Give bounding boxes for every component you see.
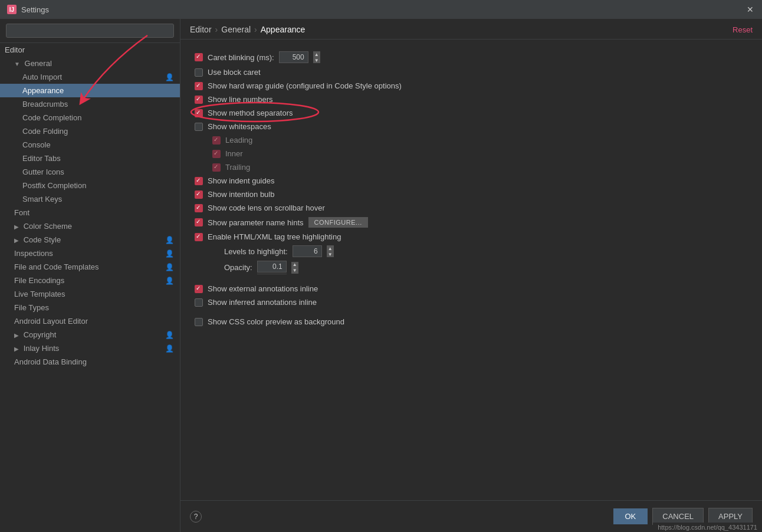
- leading-row: Leading: [195, 133, 748, 147]
- trailing-checkbox[interactable]: [212, 163, 221, 172]
- show-whitespaces-row: Show whitespaces: [195, 120, 748, 133]
- opacity-input[interactable]: [257, 261, 287, 272]
- sidebar-item-smart-keys[interactable]: Smart Keys: [0, 192, 180, 206]
- sidebar-item-inlay-hints[interactable]: ▶ Inlay Hints 👤: [0, 341, 180, 355]
- show-whitespaces-checkbox[interactable]: [195, 123, 203, 131]
- reset-button[interactable]: Reset: [733, 25, 753, 34]
- breadcrumb-appearance: Appearance: [261, 25, 306, 34]
- breadcrumb: Editor › General › Appearance: [190, 25, 305, 34]
- sidebar-item-android-layout-editor[interactable]: Android Layout Editor: [0, 314, 180, 328]
- caret-blinking-down[interactable]: ▼: [313, 57, 320, 63]
- settings-dialog: IJ Settings ✕ Editor ▼ General A: [0, 0, 762, 532]
- show-css-preview-checkbox[interactable]: [195, 318, 203, 326]
- show-line-numbers-checkbox[interactable]: [195, 96, 203, 104]
- caret-blinking-input[interactable]: [279, 51, 308, 63]
- close-button[interactable]: ✕: [745, 5, 755, 14]
- breadcrumb-bar: Editor › General › Appearance Reset: [180, 19, 762, 40]
- levels-up[interactable]: ▲: [327, 245, 334, 251]
- help-button[interactable]: ?: [190, 511, 202, 523]
- sidebar-item-code-completion[interactable]: Code Completion: [0, 111, 180, 124]
- opacity-up[interactable]: ▲: [291, 262, 298, 268]
- show-indent-guides-label: Show indent guides: [208, 176, 274, 185]
- show-indent-guides-checkbox[interactable]: [195, 177, 203, 185]
- enable-html-xml-checkbox[interactable]: [195, 233, 203, 241]
- sidebar-item-code-style[interactable]: ▶ Code Style 👤: [0, 233, 180, 247]
- show-external-annotations-row: Show external annotations inline: [195, 282, 748, 295]
- sidebar-item-gutter-icons[interactable]: Gutter Icons: [0, 165, 180, 179]
- opacity-down[interactable]: ▼: [291, 268, 298, 274]
- sidebar-item-auto-import[interactable]: Auto Import 👤: [0, 70, 180, 84]
- bottom-left: ?: [190, 511, 202, 523]
- sidebar-item-editor[interactable]: Editor: [0, 43, 180, 57]
- expand-arrow-general: ▼: [14, 61, 20, 67]
- caret-blinking-spinner: ▲ ▼: [313, 51, 320, 63]
- show-hard-wrap-checkbox[interactable]: [195, 82, 203, 90]
- sidebar-item-color-scheme[interactable]: ▶ Color Scheme: [0, 219, 180, 233]
- enable-html-xml-row: Enable HTML/XML tag tree highlighting: [195, 230, 748, 244]
- app-icon: IJ: [7, 5, 17, 14]
- leading-label: Leading: [225, 136, 252, 145]
- inner-checkbox[interactable]: [212, 150, 221, 158]
- search-input[interactable]: [6, 24, 174, 38]
- show-method-separators-row: Show method separators: [195, 106, 748, 120]
- configure-button[interactable]: CONFIGURE...: [308, 217, 368, 228]
- caret-blinking-checkbox[interactable]: [195, 53, 203, 61]
- sidebar-item-font[interactable]: Font: [0, 206, 180, 219]
- url-bar: https://blog.csdn.net/qq_43431171: [653, 523, 762, 532]
- enable-html-xml-label: Enable HTML/XML tag tree highlighting: [208, 232, 341, 241]
- show-method-separators-label: Show method separators: [208, 109, 293, 117]
- show-method-separators-checkbox[interactable]: [195, 109, 203, 117]
- levels-to-highlight-input[interactable]: [293, 245, 322, 257]
- dialog-title: Settings: [21, 5, 49, 14]
- expand-arrow-code-style: ▶: [14, 237, 19, 244]
- show-whitespaces-label: Show whitespaces: [208, 122, 271, 131]
- opacity-row: Opacity: ▲ ▼: [195, 259, 748, 276]
- sidebar: Editor ▼ General Auto Import 👤 Appearanc…: [0, 19, 180, 532]
- sidebar-item-breadcrumbs[interactable]: Breadcrumbs: [0, 97, 180, 111]
- sidebar-item-appearance[interactable]: Appearance: [0, 84, 180, 97]
- sidebar-item-file-encodings[interactable]: File Encodings 👤: [0, 274, 180, 287]
- ok-button[interactable]: OK: [613, 508, 648, 524]
- sidebar-item-editor-tabs[interactable]: Editor Tabs: [0, 152, 180, 165]
- trailing-row: Trailing: [195, 160, 748, 174]
- sidebar-item-file-code-templates[interactable]: File and Code Templates 👤: [0, 260, 180, 274]
- show-hard-wrap-row: Show hard wrap guide (configured in Code…: [195, 79, 748, 93]
- show-css-preview-row: Show CSS color preview as background: [195, 315, 748, 329]
- sidebar-item-general[interactable]: ▼ General: [0, 57, 180, 70]
- opacity-label: Opacity:: [224, 263, 252, 272]
- person-icon-inlay-hints: 👤: [165, 344, 174, 353]
- use-block-caret-checkbox[interactable]: [195, 68, 203, 77]
- show-intention-bulb-label: Show intention bulb: [208, 190, 274, 199]
- show-intention-bulb-checkbox[interactable]: [195, 191, 203, 199]
- breadcrumb-sep-2: ›: [254, 25, 257, 34]
- sidebar-item-postfix-completion[interactable]: Postfix Completion: [0, 179, 180, 192]
- person-icon-code-style: 👤: [165, 236, 174, 244]
- sidebar-item-code-folding[interactable]: Code Folding: [0, 124, 180, 138]
- person-icon-file-templates: 👤: [165, 263, 174, 271]
- title-bar: IJ Settings ✕: [0, 0, 762, 19]
- breadcrumb-editor: Editor: [190, 25, 212, 34]
- sidebar-item-inspections[interactable]: Inspections 👤: [0, 247, 180, 260]
- show-parameter-hints-checkbox[interactable]: [195, 218, 203, 226]
- show-external-annotations-checkbox[interactable]: [195, 285, 203, 293]
- levels-to-highlight-row: Levels to highlight: ▲ ▼: [195, 244, 748, 259]
- opacity-spinner: ▲ ▼: [291, 262, 298, 274]
- caret-blinking-label: Caret blinking (ms):: [208, 53, 274, 62]
- sidebar-item-copyright[interactable]: ▶ Copyright 👤: [0, 328, 180, 341]
- sidebar-item-console[interactable]: Console: [0, 138, 180, 152]
- trailing-label: Trailing: [225, 163, 250, 172]
- show-indent-guides-row: Show indent guides: [195, 174, 748, 188]
- levels-to-highlight-label: Levels to highlight:: [224, 247, 288, 256]
- show-code-lens-checkbox[interactable]: [195, 204, 203, 212]
- show-inferred-annotations-checkbox[interactable]: [195, 298, 203, 307]
- sidebar-item-file-types[interactable]: File Types: [0, 301, 180, 314]
- sidebar-item-android-data-binding[interactable]: Android Data Binding: [0, 355, 180, 369]
- opacity-container: [257, 261, 287, 274]
- leading-checkbox[interactable]: [212, 136, 221, 145]
- show-parameter-hints-label: Show parameter name hints: [208, 218, 304, 227]
- sidebar-item-live-templates[interactable]: Live Templates: [0, 287, 180, 301]
- inner-row: Inner: [195, 147, 748, 160]
- levels-down[interactable]: ▼: [327, 251, 334, 257]
- show-code-lens-row: Show code lens on scrollbar hover: [195, 201, 748, 215]
- caret-blinking-up[interactable]: ▲: [313, 51, 320, 57]
